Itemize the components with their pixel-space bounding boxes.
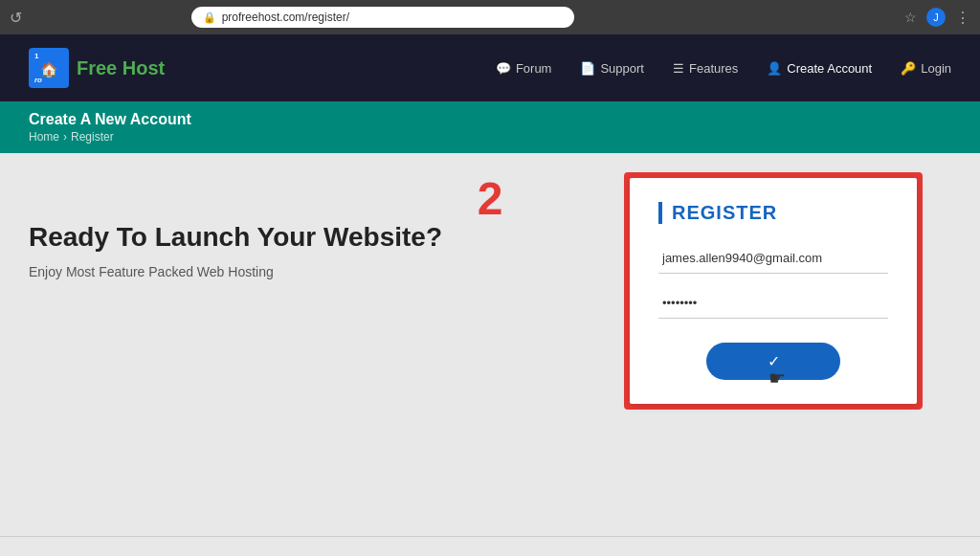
register-card: REGISTER ✓ ☛ — [630, 178, 917, 404]
main-content: 2 Ready To Launch Your Website? Enjoy Mo… — [0, 153, 980, 536]
features-icon: ☰ — [673, 61, 684, 76]
breadcrumb-separator: › — [63, 130, 67, 144]
user-avatar[interactable]: J — [926, 8, 946, 27]
star-icon[interactable]: ☆ — [904, 10, 917, 25]
breadcrumb-bar: Create A New Account Home › Register — [0, 101, 980, 153]
breadcrumb-current: Register — [71, 130, 114, 144]
create-account-icon: 👤 — [767, 61, 782, 76]
email-field[interactable] — [658, 243, 888, 274]
address-bar[interactable]: 🔒 profreehost.com/register/ — [191, 7, 574, 28]
step-number: 2 — [478, 172, 503, 225]
register-title: REGISTER — [658, 202, 888, 224]
forum-icon: 💬 — [496, 61, 511, 76]
breadcrumb-path: Home › Register — [29, 130, 951, 144]
breadcrumb-title: Create A New Account — [29, 111, 951, 128]
logo-text: Free Host — [77, 57, 165, 79]
footer: 1ro Free Host ProFreeHost is a web hosti… — [0, 536, 980, 556]
logo-icon: 1 🏠 ro — [29, 48, 69, 88]
nav-features[interactable]: ☰ Features — [673, 61, 738, 76]
nav-create-account[interactable]: 👤 Create Account — [767, 61, 872, 76]
menu-dots[interactable]: ⋮ — [955, 9, 970, 27]
cursor-icon: ☛ — [768, 367, 786, 389]
password-field[interactable] — [658, 288, 888, 319]
support-icon: 📄 — [580, 61, 595, 76]
lock-icon: 🔒 — [203, 11, 216, 24]
nav-links: 💬 Forum 📄 Support ☰ Features 👤 Create Ac… — [496, 61, 951, 76]
breadcrumb-home[interactable]: Home — [29, 130, 59, 144]
browser-actions: ☆ J ⋮ — [904, 8, 970, 27]
login-icon: 🔑 — [901, 61, 916, 76]
nav-support[interactable]: 📄 Support — [580, 61, 644, 76]
nav-forum[interactable]: 💬 Forum — [496, 61, 552, 76]
site-logo[interactable]: 1 🏠 ro Free Host — [29, 48, 165, 88]
site-navigation: 1 🏠 ro Free Host 💬 Forum 📄 Support ☰ Fea… — [0, 34, 980, 101]
url-text: profreehost.com/register/ — [222, 11, 349, 24]
nav-login[interactable]: 🔑 Login — [901, 61, 951, 76]
register-card-wrapper: REGISTER ✓ ☛ — [624, 172, 923, 410]
back-button[interactable]: ↺ — [10, 9, 22, 27]
browser-chrome: ↺ 🔒 profreehost.com/register/ ☆ J ⋮ — [0, 0, 980, 34]
